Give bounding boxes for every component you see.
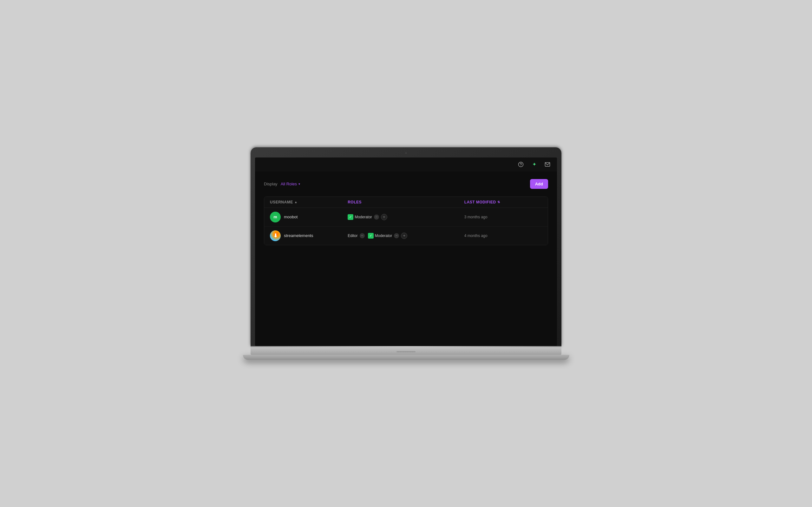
display-label: Display xyxy=(264,181,277,186)
moderator-icon: ✓ xyxy=(368,233,374,239)
roles-cell: ✓ Moderator − + xyxy=(348,214,464,220)
avatar: m xyxy=(270,212,281,222)
screen-bezel: ✦ Display All Roles ▾ xyxy=(251,147,561,346)
remove-moderator-role-button[interactable]: − xyxy=(394,233,399,238)
role-name: Moderator xyxy=(355,215,372,219)
role-badge: ✓ Moderator xyxy=(348,214,372,220)
roles-filter-label: All Roles xyxy=(281,181,297,186)
chevron-down-icon: ▾ xyxy=(299,182,300,186)
role-badge-editor: Editor xyxy=(348,233,357,238)
add-role-button[interactable]: + xyxy=(381,214,387,220)
camera xyxy=(405,152,407,154)
last-modified-value: 3 months ago xyxy=(464,215,542,219)
screen: ✦ Display All Roles ▾ xyxy=(255,158,557,346)
top-bar: ✦ xyxy=(255,158,557,171)
trackpad-notch xyxy=(397,351,415,352)
toolbar-left: Display All Roles ▾ xyxy=(264,181,300,186)
table-header: Username ▲ Roles Last Modified ⇅ xyxy=(264,197,548,208)
help-icon[interactable] xyxy=(517,161,525,168)
ai-sparkle-icon[interactable]: ✦ xyxy=(530,161,538,168)
laptop-container: ✦ Display All Roles ▾ xyxy=(251,147,561,360)
roles-cell: Editor − ✓ Moderator − + xyxy=(348,233,464,239)
roles-filter-dropdown[interactable]: All Roles ▾ xyxy=(281,181,300,186)
username: moobot xyxy=(284,215,298,219)
avatar: ⬇ xyxy=(270,230,281,241)
roles-column-header[interactable]: Roles xyxy=(348,200,464,205)
moderator-icon: ✓ xyxy=(348,214,353,220)
username-column-header[interactable]: Username ▲ xyxy=(270,200,348,205)
table-row: ⬇ streamelements Editor − ✓ Moderator xyxy=(264,227,548,245)
laptop-base xyxy=(251,346,561,355)
user-cell: m moobot xyxy=(270,212,348,222)
remove-editor-role-button[interactable]: − xyxy=(360,233,365,238)
username: streamelements xyxy=(284,233,313,238)
sort-asc-icon: ▲ xyxy=(294,200,298,204)
user-cell: ⬇ streamelements xyxy=(270,230,348,241)
last-modified-value: 4 months ago xyxy=(464,233,542,238)
users-table: Username ▲ Roles Last Modified ⇅ xyxy=(264,196,548,245)
add-button[interactable]: Add xyxy=(530,179,548,189)
sort-toggle-icon: ⇅ xyxy=(497,200,500,204)
toolbar: Display All Roles ▾ Add xyxy=(264,179,548,189)
main-content: Display All Roles ▾ Add Username xyxy=(255,171,557,346)
role-badge-moderator: ✓ Moderator xyxy=(368,233,392,239)
last-modified-column-header[interactable]: Last Modified ⇅ xyxy=(464,200,542,205)
add-role-button[interactable]: + xyxy=(401,233,407,239)
remove-role-button[interactable]: − xyxy=(374,215,379,220)
table-row: m moobot ✓ Moderator − + 3 mon xyxy=(264,208,548,227)
mail-icon[interactable] xyxy=(544,161,551,168)
role-name: Editor xyxy=(348,233,357,238)
laptop-foot xyxy=(243,355,569,360)
role-name: Moderator xyxy=(375,233,392,238)
